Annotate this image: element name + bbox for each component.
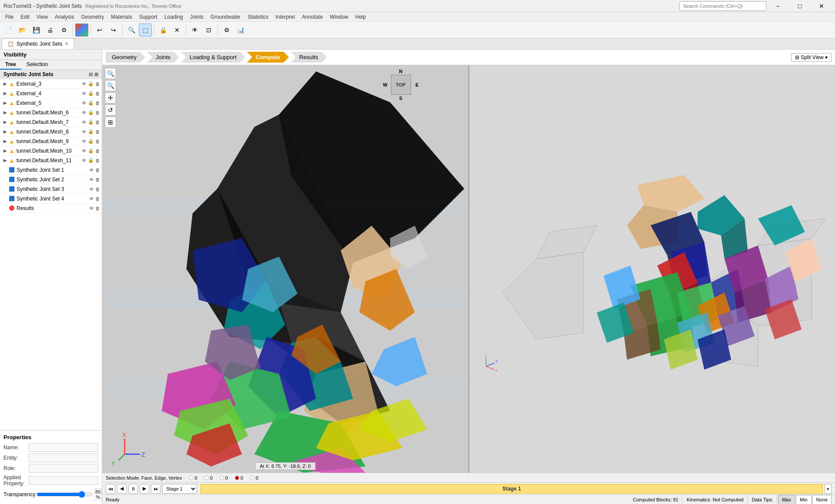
visibility-icon[interactable]: 👁 xyxy=(82,81,87,87)
none-button[interactable]: None xyxy=(812,495,832,504)
wizard-step-joints[interactable]: Joints xyxy=(147,52,179,63)
tree-item-external4[interactable]: ▶ ▲ External_4 👁 🔒 🗑 xyxy=(0,89,102,98)
visibility-icon[interactable]: 👁 xyxy=(82,100,87,106)
zoom-button[interactable]: 🔍 xyxy=(125,23,138,37)
tree-item-mesh11[interactable]: ▶ ▲ tunnel.Default.Mesh_11 👁 🔒 🗑 xyxy=(0,156,102,165)
tree-item-mesh8[interactable]: ▶ ▲ tunnel.Default.Mesh_8 👁 🔒 🗑 xyxy=(0,127,102,137)
lock-icon[interactable]: 🔒 xyxy=(88,81,94,87)
tree-item-mesh7[interactable]: ▶ ▲ tunnel.Default.Mesh_7 👁 🔒 🗑 xyxy=(0,117,102,127)
menu-window[interactable]: Window xyxy=(326,12,352,22)
close-button[interactable]: ✕ xyxy=(812,0,832,12)
delete-icon[interactable]: 🗑 xyxy=(95,158,100,163)
collapse-all-icon[interactable]: ⊟ xyxy=(89,72,93,77)
color-button[interactable] xyxy=(75,23,88,37)
playback-first[interactable]: ⏮ xyxy=(106,484,115,494)
menu-joints[interactable]: Joints xyxy=(187,12,207,22)
new-button[interactable]: 📄 xyxy=(2,23,15,37)
zoom-in-button[interactable]: 🔍 xyxy=(105,68,116,79)
zoom-out-button[interactable]: 🔍 xyxy=(105,80,116,91)
tab-close-button[interactable]: ✕ xyxy=(65,41,68,46)
delete-icon[interactable]: 🗑 xyxy=(95,120,100,125)
undo-button[interactable]: ↩ xyxy=(93,23,106,37)
lock-button[interactable]: 🔒 xyxy=(157,23,170,37)
delete-icon[interactable]: 🗑 xyxy=(95,91,100,96)
tree-item-results[interactable]: ▶ 🔴 Results 👁 🗑 xyxy=(0,204,102,213)
delete-icon[interactable]: 🗑 xyxy=(95,148,100,154)
wizard-step-loading[interactable]: Loading & Support xyxy=(181,52,245,63)
menu-annotate[interactable]: Annotate xyxy=(298,12,326,22)
tab-tree[interactable]: Tree xyxy=(0,60,21,70)
menu-loading[interactable]: Loading xyxy=(161,12,187,22)
expand-all-icon[interactable]: ⊞ xyxy=(94,72,98,77)
min-button[interactable]: Min xyxy=(796,495,812,504)
playback-prev[interactable]: ◀ xyxy=(117,484,127,494)
delete-icon[interactable]: 🗑 xyxy=(95,129,100,134)
split-view-button[interactable]: ⊞ Split View ▾ xyxy=(791,53,832,62)
transparency-slider[interactable] xyxy=(37,491,93,498)
expand-playback-button[interactable]: ▸ xyxy=(825,484,832,494)
results-button[interactable]: 📊 xyxy=(234,23,247,37)
lock-icon[interactable]: 🔒 xyxy=(88,100,94,106)
playback-pause[interactable]: ⏸ xyxy=(128,484,138,494)
lock-icon[interactable]: 🔒 xyxy=(88,90,94,96)
wizard-step-geometry[interactable]: Geometry xyxy=(106,52,145,63)
tree-item-sjs3[interactable]: ▶ 🟦 Synthetic Joint Set 3 👁 🗑 xyxy=(0,184,102,194)
tree-item-sjs4[interactable]: ▶ 🟦 Synthetic Joint Set 4 👁 🗑 xyxy=(0,194,102,204)
visibility-icon[interactable]: 👁 xyxy=(82,148,87,154)
filter-button[interactable]: ⊡ xyxy=(202,23,215,37)
compute-button[interactable]: ⚙ xyxy=(220,23,233,37)
menu-file[interactable]: File xyxy=(2,12,17,22)
menu-support[interactable]: Support xyxy=(136,12,161,22)
search-commands-input[interactable] xyxy=(679,1,766,11)
prop-name-input[interactable] xyxy=(29,443,98,452)
menu-groundwater[interactable]: Groundwater xyxy=(207,12,244,22)
playback-next[interactable]: ▶ xyxy=(140,484,149,494)
left-viewport[interactable]: 🔍 🔍 ✛ ↺ ⊞ N S E W TOP xyxy=(102,65,469,473)
redo-button[interactable]: ↪ xyxy=(107,23,120,37)
minimize-button[interactable]: − xyxy=(768,0,788,12)
tree-item-mesh6[interactable]: ▶ ▲ tunnel.Default.Mesh_6 👁 🔒 🗑 xyxy=(0,108,102,117)
visibility-icon[interactable]: 👁 xyxy=(82,110,87,115)
visibility-icon[interactable]: 👁 xyxy=(82,158,87,163)
visibility-icon[interactable]: 👁 xyxy=(82,91,87,96)
rotate-button[interactable]: ↺ xyxy=(105,104,116,116)
stage-selector[interactable]: Stage 1 xyxy=(162,484,197,494)
tree-item-sjs2[interactable]: ▶ 🟦 Synthetic Joint Set 2 👁 🗑 xyxy=(0,175,102,184)
menu-interpret[interactable]: Interpret xyxy=(272,12,298,22)
wizard-step-results[interactable]: Results xyxy=(291,52,327,63)
open-button[interactable]: 📂 xyxy=(16,23,29,37)
lock-icon[interactable]: 🔒 xyxy=(88,138,94,144)
delete-icon[interactable]: 🗑 xyxy=(95,139,100,144)
delete-icon[interactable]: 🗑 xyxy=(95,100,100,106)
delete-icon[interactable]: 🗑 xyxy=(95,177,100,182)
tree-item-sjs1[interactable]: ▶ 🟦 Synthetic Joint Set 1 👁 🗑 xyxy=(0,165,102,175)
delete-icon[interactable]: 🗑 xyxy=(95,206,100,211)
lock-icon[interactable]: 🔒 xyxy=(88,157,94,163)
tree-item-external3[interactable]: ▶ ▲ External_3 👁 🔒 🗑 xyxy=(0,79,102,89)
prop-role-input[interactable] xyxy=(29,464,98,473)
delete-icon[interactable]: 🗑 xyxy=(95,167,100,173)
right-viewport[interactable]: X Y Z xyxy=(469,65,835,473)
wizard-step-compute[interactable]: Compute xyxy=(247,52,289,63)
visibility-icon[interactable]: 👁 xyxy=(89,206,94,211)
eye-button[interactable]: 👁 xyxy=(188,23,201,37)
menu-geometry[interactable]: Geometry xyxy=(78,12,108,22)
menu-materials[interactable]: Materials xyxy=(107,12,136,22)
delete-icon[interactable]: 🗑 xyxy=(95,196,100,201)
tab-synthetic-joint-sets[interactable]: 📋 Synthetic Joint Sets ✕ xyxy=(2,38,74,49)
pan-button[interactable]: ✛ xyxy=(105,92,116,103)
menu-view[interactable]: View xyxy=(33,12,51,22)
print-button[interactable]: 🖨 xyxy=(43,23,57,37)
visibility-icon[interactable]: 👁 xyxy=(89,167,94,173)
settings-button[interactable]: ⚙ xyxy=(57,23,70,37)
visibility-icon[interactable]: 👁 xyxy=(89,187,94,192)
visibility-icon[interactable]: 👁 xyxy=(82,129,87,134)
visibility-icon[interactable]: 👁 xyxy=(89,196,94,201)
visibility-icon[interactable]: 👁 xyxy=(82,120,87,125)
delete-icon[interactable]: 🗑 xyxy=(95,110,100,115)
prop-entity-input[interactable] xyxy=(29,454,98,462)
lock-icon[interactable]: 🔒 xyxy=(88,119,94,125)
delete-icon[interactable]: 🗑 xyxy=(95,187,100,192)
visibility-icon[interactable]: 👁 xyxy=(82,139,87,144)
lock-icon[interactable]: 🔒 xyxy=(88,110,94,115)
